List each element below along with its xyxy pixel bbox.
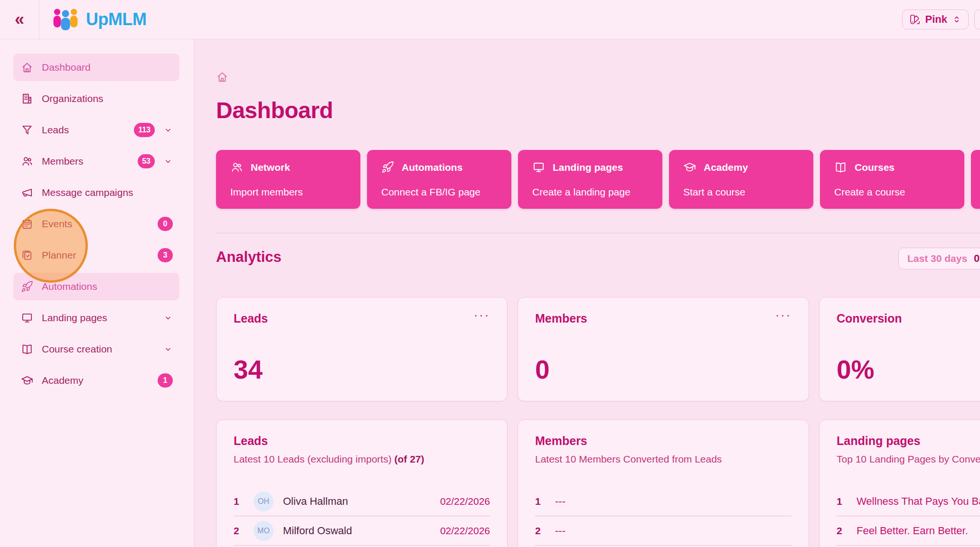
member-row[interactable]: 2 --- xyxy=(535,516,792,546)
sidebar-item-label: Leads xyxy=(42,124,125,136)
lead-date: 02/22/2026 xyxy=(440,525,490,537)
kpi-title: Members xyxy=(535,312,587,325)
sidebar-item-label: Organizations xyxy=(42,93,173,104)
kpi-card-members: Members ··· 0 xyxy=(518,297,809,401)
members-count-badge: 53 xyxy=(138,154,155,168)
sidebar-item-automations[interactable]: Automations xyxy=(13,273,179,300)
graduation-cap-icon xyxy=(683,161,696,174)
chevron-up-down-icon xyxy=(952,15,961,24)
graduation-cap-icon xyxy=(21,374,33,387)
lead-row[interactable]: 1 OH Oliva Hallman 02/22/2026 xyxy=(234,487,490,516)
sidebar-item-academy[interactable]: Academy 1 xyxy=(13,367,179,394)
quick-action-title: Landing pages xyxy=(553,162,623,173)
quick-action-title: Automations xyxy=(402,162,462,173)
chevron-down-icon xyxy=(163,157,173,166)
sidebar-item-leads[interactable]: Leads 113 xyxy=(13,116,179,144)
chevron-down-icon xyxy=(163,125,173,135)
landing-page-name: Wellness That Pays You Back xyxy=(857,495,980,508)
quick-action-academy[interactable]: Academy Start a course xyxy=(669,150,813,209)
sidebar-item-label: Automations xyxy=(42,281,173,292)
sidebar-item-label: Message campaigns xyxy=(42,187,173,198)
date-range-filter[interactable]: Last 30 days 01/2 xyxy=(898,248,980,269)
lead-name: Milford Oswald xyxy=(283,525,431,537)
page-title: Dashboard xyxy=(216,97,980,123)
sidebar-item-label: Dashboard xyxy=(42,62,173,73)
planner-count-badge: 3 xyxy=(158,248,173,262)
sidebar-item-label: Academy xyxy=(42,375,149,386)
lead-date: 02/22/2026 xyxy=(440,496,490,507)
sidebar-item-message-campaigns[interactable]: Message campaigns xyxy=(13,179,179,206)
member-placeholder: --- xyxy=(555,495,792,508)
sidebar-item-organizations[interactable]: Organizations xyxy=(13,85,179,112)
quick-action-automations[interactable]: Automations Connect a FB/IG page xyxy=(367,150,511,209)
date-range-value: 01/2 xyxy=(974,252,980,265)
theme-selector-value: Pink xyxy=(925,13,947,26)
users-icon xyxy=(21,155,33,167)
list-title: Landing pages xyxy=(837,434,980,448)
row-index: 2 xyxy=(535,525,546,537)
top-bar: « UpMLM Pink xyxy=(0,0,980,39)
kpi-title: Conversion xyxy=(837,312,902,325)
book-icon xyxy=(21,343,33,355)
sidebar-collapse-button[interactable]: « xyxy=(0,0,39,39)
sidebar-item-label: Course creation xyxy=(42,343,155,355)
ellipsis-menu-icon[interactable]: ··· xyxy=(775,312,792,319)
users-icon xyxy=(230,161,243,174)
academy-count-badge: 1 xyxy=(158,373,173,388)
sidebar-item-label: Events xyxy=(42,218,149,230)
quick-action-subtitle: Create a course xyxy=(834,186,950,198)
ellipsis-menu-icon[interactable]: ··· xyxy=(474,312,490,319)
calendar-icon xyxy=(21,218,33,230)
list-title: Leads xyxy=(234,434,490,448)
quick-action-landing-pages[interactable]: Landing pages Create a landing page xyxy=(518,150,662,209)
quick-action-subtitle: Connect a FB/IG page xyxy=(381,186,497,198)
quick-action-subtitle: Import members xyxy=(230,186,346,198)
landing-page-row[interactable]: 1 Wellness That Pays You Back xyxy=(837,487,980,516)
book-icon xyxy=(834,161,847,174)
sidebar-item-label: Landing pages xyxy=(42,312,155,324)
list-cards-row: Leads Latest 10 Leads (excluding imports… xyxy=(216,419,980,547)
list-subtitle-count: (of 27) xyxy=(395,454,424,464)
app-screen: « UpMLM Pink Dashboard Organiza xyxy=(0,0,980,547)
sidebar-nav: Dashboard Organizations Leads 113 Member… xyxy=(0,39,194,547)
sidebar-item-events[interactable]: Events 0 xyxy=(13,210,179,238)
row-index: 1 xyxy=(535,496,546,507)
analytics-header: Analytics Last 30 days 01/2 xyxy=(216,249,980,271)
kpi-value: 0% xyxy=(837,354,980,385)
sidebar-item-dashboard[interactable]: Dashboard xyxy=(13,54,179,81)
row-index: 1 xyxy=(234,496,244,507)
swatch-icon xyxy=(909,14,921,25)
section-divider xyxy=(216,233,980,233)
sidebar-item-landing-pages[interactable]: Landing pages xyxy=(13,304,179,332)
row-index: 2 xyxy=(234,525,244,537)
breadcrumb-home-icon[interactable] xyxy=(216,71,228,83)
sidebar-item-course-creation[interactable]: Course creation xyxy=(13,335,179,363)
clipboard-check-icon xyxy=(21,249,33,261)
date-range-label: Last 30 days xyxy=(907,253,967,264)
chevron-down-icon xyxy=(163,313,173,323)
quick-actions-row: Network Import members Automations Conne… xyxy=(216,150,980,209)
sidebar-item-planner[interactable]: Planner 3 xyxy=(13,241,179,269)
theme-selector[interactable]: Pink xyxy=(902,9,969,29)
people-logo-icon xyxy=(52,7,79,32)
quick-action-courses[interactable]: Courses Create a course xyxy=(820,150,964,209)
member-row[interactable]: 1 --- xyxy=(535,487,792,516)
megaphone-icon xyxy=(21,186,33,199)
sidebar-item-label: Members xyxy=(42,156,129,167)
quick-action-card-partial[interactable] xyxy=(971,150,980,209)
brand-name: UpMLM xyxy=(86,9,146,29)
landing-page-row[interactable]: 2 Feel Better. Earn Better. xyxy=(837,516,980,546)
kpi-value: 34 xyxy=(234,354,490,385)
building-icon xyxy=(21,93,33,105)
monitor-icon xyxy=(21,312,33,324)
brand-logo[interactable]: UpMLM xyxy=(52,7,146,32)
lead-row[interactable]: 2 MO Milford Oswald 02/22/2026 xyxy=(234,516,490,546)
sidebar-item-members[interactable]: Members 53 xyxy=(13,148,179,175)
landing-pages-list-card: Landing pages Top 10 Landing Pages by Co… xyxy=(819,419,980,547)
quick-action-network[interactable]: Network Import members xyxy=(216,150,360,209)
row-index: 1 xyxy=(837,496,847,507)
quick-action-title: Network xyxy=(251,162,290,173)
chevron-down-icon xyxy=(163,344,173,354)
clipped-toolbar-button[interactable] xyxy=(974,9,980,29)
home-icon xyxy=(21,61,33,74)
